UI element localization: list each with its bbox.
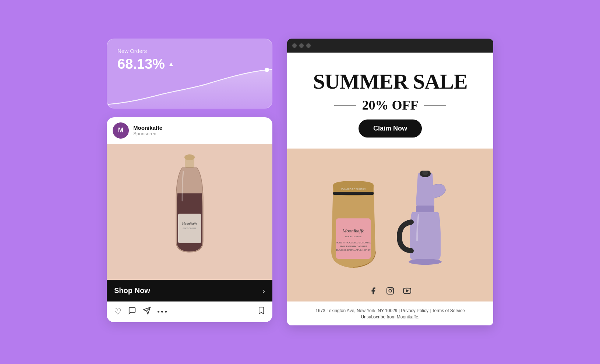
svg-rect-8 — [333, 192, 374, 195]
social-post-header: M Moonikaffe Sponsored — [107, 117, 272, 144]
avatar: M — [113, 122, 129, 139]
moka-pot-svg — [392, 171, 458, 274]
like-icon[interactable]: ♡ — [114, 307, 121, 317]
svg-marker-23 — [406, 290, 408, 292]
svg-rect-20 — [387, 288, 393, 294]
footer-unsub-suffix: from Moonikaffe. — [387, 314, 419, 320]
email-footer: 1673 Lexington Ave, New York, NY 10029 |… — [287, 301, 493, 325]
email-titlebar — [287, 39, 493, 53]
email-products-area: PULL RIP ZIP TO OPEN Moonikaffe GOOD COF… — [287, 149, 493, 281]
discount-line-right — [424, 105, 446, 106]
svg-text:SINGLE ORIGIN CATURRA: SINGLE ORIGIN CATURRA — [339, 245, 367, 247]
instagram-icon[interactable] — [386, 287, 394, 297]
svg-point-0 — [265, 68, 269, 72]
email-social-icons — [287, 281, 493, 301]
coffee-bag-svg: PULL RIP ZIP TO OPEN Moonikaffe GOOD COF… — [322, 178, 385, 274]
email-headline: SUMMER SALE — [302, 71, 479, 92]
svg-text:GOOD COFFEE: GOOD COFFEE — [345, 235, 361, 238]
svg-text:Moonikaffe: Moonikaffe — [342, 228, 364, 233]
bookmark-icon[interactable] — [258, 307, 265, 317]
shop-now-bar[interactable]: Shop Now › — [107, 280, 272, 301]
stats-label: New Orders — [117, 48, 262, 54]
social-post-card: M Moonikaffe Sponsored — [107, 117, 272, 322]
svg-rect-10 — [336, 218, 371, 259]
social-product-image: Moonikaffe GOOD COFFEE — [107, 144, 272, 280]
footer-unsubscribe: Unsubscribe from Moonikaffe. — [294, 314, 486, 320]
social-post-actions: ♡ — [107, 301, 272, 322]
stats-trend-arrow: ▲ — [168, 60, 174, 68]
svg-text:GOOD COFFEE: GOOD COFFEE — [183, 227, 197, 229]
claim-now-button[interactable]: Claim Now — [359, 119, 422, 138]
stats-chart — [107, 68, 272, 108]
product-bottle-svg: Moonikaffe GOOD COFFEE — [162, 153, 217, 271]
titlebar-dot-2 — [299, 43, 304, 48]
svg-point-19 — [409, 259, 442, 265]
social-post-info: Moonikaffe Sponsored — [133, 125, 162, 136]
shop-now-arrow-icon: › — [262, 286, 265, 295]
titlebar-dot-1 — [292, 43, 297, 48]
shop-now-label: Shop Now — [114, 286, 150, 295]
svg-text:PULL RIP ZIP TO OPEN: PULL RIP ZIP TO OPEN — [341, 188, 366, 190]
facebook-icon[interactable] — [369, 287, 377, 297]
more-options-dots[interactable] — [158, 311, 167, 313]
discount-text: 20% OFF — [362, 97, 419, 113]
svg-rect-18 — [416, 206, 434, 212]
left-column: New Orders 68.13% ▲ — [107, 39, 272, 322]
youtube-icon[interactable] — [403, 287, 411, 297]
stats-card: New Orders 68.13% ▲ — [107, 39, 272, 108]
email-hero: SUMMER SALE 20% OFF Claim Now — [287, 53, 493, 149]
svg-point-22 — [392, 289, 392, 289]
svg-point-21 — [389, 289, 391, 292]
unsubscribe-link[interactable]: Unsubscribe — [361, 314, 385, 320]
brand-name: Moonikaffe — [133, 125, 162, 131]
share-icon[interactable] — [143, 307, 151, 317]
social-left-actions: ♡ — [114, 307, 167, 317]
sponsored-label: Sponsored — [133, 131, 162, 136]
discount-row: 20% OFF — [302, 97, 479, 113]
svg-text:HONEY PROCESSED COLOMBIA: HONEY PROCESSED COLOMBIA — [336, 242, 371, 244]
discount-line-left — [334, 105, 356, 106]
svg-point-2 — [184, 154, 195, 160]
svg-text:Moonikaffe: Moonikaffe — [182, 222, 197, 225]
comment-icon[interactable] — [128, 307, 136, 317]
footer-address: 1673 Lexington Ave, New York, NY 10029 |… — [294, 307, 486, 314]
svg-text:BLACK CHERRY, APPLE, HONEY: BLACK CHERRY, APPLE, HONEY — [336, 249, 371, 251]
svg-point-17 — [422, 171, 428, 175]
titlebar-dot-3 — [306, 43, 311, 48]
email-card: SUMMER SALE 20% OFF Claim Now PULL RIP Z… — [287, 39, 493, 325]
